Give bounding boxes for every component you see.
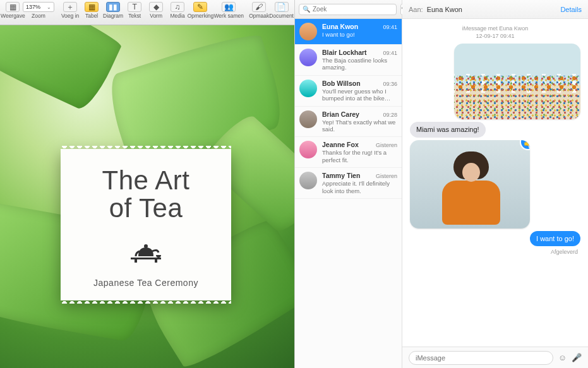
- conversation-text: Bob Willson09:36You'll never guess who I…: [322, 80, 397, 102]
- conversation-time: 09:41: [383, 24, 397, 30]
- plus-icon: ＋: [63, 2, 77, 12]
- conversation-preview: You'll never guess who I bumped into at …: [322, 88, 397, 102]
- chat-header: Aan: Euna Kwon Details: [402, 0, 588, 19]
- conversation-name: Euna Kwon: [322, 23, 358, 30]
- svg-point-3: [144, 244, 148, 248]
- view-label: Weergave: [1, 13, 25, 19]
- document-label: Document: [269, 13, 294, 19]
- chat-meta-line1: iMessage met Euna Kwon: [410, 25, 580, 33]
- details-button[interactable]: Details: [560, 6, 582, 13]
- chat-pane: Aan: Euna Kwon Details iMessage met Euna…: [402, 0, 588, 368]
- media-label: Media: [171, 13, 185, 19]
- insert-label: Voeg in: [61, 13, 79, 19]
- conversation-item[interactable]: Tammy TienGisterenAppreciate it. I'll de…: [295, 168, 402, 199]
- comment-button[interactable]: ✎ Opmerking: [189, 1, 212, 20]
- conversation-text: Tammy TienGisterenAppreciate it. I'll de…: [322, 172, 397, 194]
- conversation-item[interactable]: Bob Willson09:36You'll never guess who I…: [295, 76, 402, 107]
- media-button[interactable]: ♫ Media: [168, 1, 187, 20]
- conversation-name: Brian Carey: [322, 110, 359, 118]
- conversation-text: Euna Kwon09:41I want to go!: [322, 23, 397, 40]
- avatar: [299, 141, 317, 158]
- conversation-name: Tammy Tien: [322, 172, 360, 179]
- avatar: [299, 80, 317, 97]
- chevron-down-icon: ⌄: [47, 4, 51, 10]
- recipient-name[interactable]: Euna Kwon: [427, 6, 462, 13]
- chat-body[interactable]: iMessage met Euna Kwon 12-09-17 09:41 Mi…: [402, 19, 588, 347]
- collaborate-label: Werk samen: [213, 13, 244, 19]
- message-input[interactable]: [416, 352, 546, 364]
- conversation-text: Jeanne FoxGisterenThanks for the rug! It…: [322, 141, 397, 163]
- document-canvas[interactable]: The Art of Tea Japanese Tea Ceremony: [0, 25, 294, 368]
- insert-button[interactable]: ＋ Voeg in: [61, 1, 80, 20]
- microphone-button[interactable]: 🎤: [572, 353, 582, 362]
- image-attachment-person[interactable]: 👍: [410, 140, 530, 229]
- pages-editor-window: ▦ Weergave 137% ⌄ Zoom ＋ Voeg in ▦ Tabel…: [0, 0, 295, 368]
- format-button[interactable]: 🖌 Opmaak: [249, 1, 268, 20]
- conversation-text: Brian Carey09:28Yep! That's exactly what…: [322, 110, 397, 133]
- collaborate-icon: 👥: [222, 2, 236, 12]
- conversation-item[interactable]: Euna Kwon09:41I want to go!: [295, 19, 402, 45]
- zoom-control[interactable]: 137% ⌄ Zoom: [26, 1, 52, 20]
- text-button[interactable]: T Tekst: [125, 1, 144, 20]
- text-label: Tekst: [128, 13, 141, 19]
- conversation-list: 🔍 ✎ Euna Kwon09:41I want to go!Blair Loc…: [295, 0, 402, 368]
- search-toolbar: 🔍 ✎: [295, 0, 402, 19]
- message-row: Miami was amazing!: [410, 122, 580, 137]
- chart-label: Diagram: [103, 13, 123, 19]
- image-attachment-beach[interactable]: [454, 44, 580, 119]
- to-label: Aan:: [409, 6, 423, 13]
- conversation-item[interactable]: Brian Carey09:28Yep! That's exactly what…: [295, 107, 402, 138]
- chat-timestamp-header: iMessage met Euna Kwon 12-09-17 09:41: [410, 21, 580, 41]
- title-card[interactable]: The Art of Tea Japanese Tea Ceremony: [61, 149, 231, 300]
- conversation-time: Gisteren: [376, 142, 397, 148]
- format-icon: 🖌: [252, 2, 266, 12]
- document-title: The Art of Tea: [72, 167, 220, 222]
- table-label: Tabel: [85, 13, 98, 19]
- text-icon: T: [128, 2, 141, 12]
- chat-meta-line2: 12-09-17 09:41: [410, 33, 580, 40]
- collaborate-button[interactable]: 👥 Werk samen: [217, 1, 241, 20]
- svg-rect-2: [155, 259, 157, 263]
- incoming-message-bubble[interactable]: Miami was amazing!: [410, 122, 486, 137]
- search-input[interactable]: [313, 6, 393, 13]
- conversation-preview: Appreciate it. I'll definitely look into…: [322, 180, 397, 194]
- table-button[interactable]: ▦ Tabel: [82, 1, 101, 20]
- zoom-value-box[interactable]: 137% ⌄: [23, 2, 54, 12]
- chart-button[interactable]: ▮▮ Diagram: [104, 1, 123, 20]
- message-row: 👍: [410, 140, 580, 229]
- message-input-wrapper[interactable]: [409, 351, 553, 365]
- shape-button[interactable]: ◆ Vorm: [147, 1, 165, 20]
- conversation-time: 09:41: [383, 50, 397, 56]
- view-icon: ▦: [6, 2, 20, 12]
- title-line-2: of Tea: [109, 193, 183, 223]
- document-icon: 📄: [275, 2, 289, 12]
- conversation-name: Blair Lockhart: [322, 49, 367, 56]
- editor-toolbar: ▦ Weergave 137% ⌄ Zoom ＋ Voeg in ▦ Tabel…: [0, 0, 294, 25]
- conversation-time: 09:36: [383, 81, 397, 87]
- outgoing-message-bubble[interactable]: I want to go!: [530, 231, 580, 246]
- message-row: [410, 44, 580, 119]
- svg-rect-1: [135, 259, 137, 263]
- media-icon: ♫: [171, 2, 184, 12]
- search-icon: 🔍: [303, 6, 310, 13]
- conversation-time: 09:28: [383, 112, 397, 118]
- emoji-button[interactable]: ☺: [558, 353, 567, 362]
- search-input-wrapper[interactable]: 🔍: [299, 4, 397, 15]
- tapback-thumbs-up-icon[interactable]: 👍: [520, 140, 530, 150]
- conversation-name: Jeanne Fox: [322, 141, 359, 148]
- conversation-name: Bob Willson: [322, 80, 361, 87]
- delivery-status: Afgeleverd: [410, 249, 578, 255]
- conversation-preview: I want to go!: [322, 31, 397, 38]
- zoom-value: 137%: [26, 4, 40, 10]
- conversation-text: Blair Lockhart09:41The Baja coastline lo…: [322, 49, 397, 71]
- format-label: Opmaak: [249, 13, 269, 19]
- document-button[interactable]: 📄 Document: [271, 1, 292, 20]
- view-button[interactable]: ▦ Weergave: [3, 1, 23, 20]
- comment-icon: ✎: [193, 2, 207, 12]
- conversation-item[interactable]: Blair Lockhart09:41The Baja coastline lo…: [295, 45, 402, 76]
- conversation-preview: Thanks for the rug! It's a perfect fit.: [322, 149, 397, 163]
- avatar: [299, 49, 317, 66]
- chat-input-bar: ☺ 🎤: [402, 347, 588, 368]
- conversation-item[interactable]: Jeanne FoxGisterenThanks for the rug! It…: [295, 137, 402, 168]
- shape-label: Vorm: [150, 13, 162, 19]
